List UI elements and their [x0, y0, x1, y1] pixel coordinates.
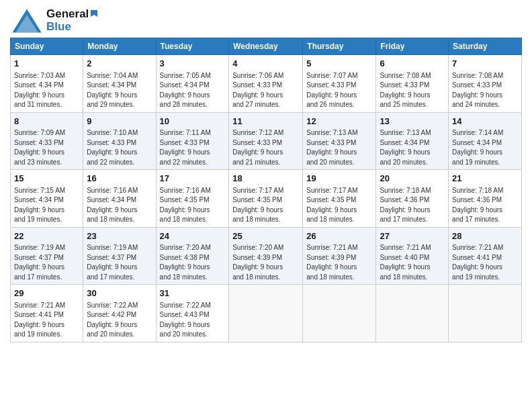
day-number: 30 — [87, 287, 152, 300]
day-cell: 29Sunrise: 7:21 AM Sunset: 4:41 PM Dayli… — [11, 285, 83, 342]
week-row-2: 8Sunrise: 7:09 AM Sunset: 4:33 PM Daylig… — [11, 112, 522, 170]
day-cell: 31Sunrise: 7:22 AM Sunset: 4:43 PM Dayli… — [156, 285, 229, 342]
page: General Blue SundayMondayTuesdayWednesda… — [0, 0, 532, 349]
day-number: 7 — [452, 58, 518, 70]
day-cell — [229, 285, 303, 342]
day-info: Sunrise: 7:17 AM Sunset: 4:35 PM Dayligh… — [232, 187, 283, 224]
day-number: 31 — [160, 287, 226, 300]
logo-text: General Blue — [46, 8, 99, 33]
day-info: Sunrise: 7:21 AM Sunset: 4:41 PM Dayligh… — [14, 302, 65, 338]
day-cell: 28Sunrise: 7:21 AM Sunset: 4:41 PM Dayli… — [449, 227, 522, 285]
day-info: Sunrise: 7:08 AM Sunset: 4:33 PM Dayligh… — [452, 72, 503, 109]
day-number: 10 — [160, 116, 226, 128]
day-number: 19 — [306, 173, 372, 185]
day-info: Sunrise: 7:21 AM Sunset: 4:41 PM Dayligh… — [452, 244, 503, 281]
day-cell: 10Sunrise: 7:11 AM Sunset: 4:33 PM Dayli… — [156, 112, 229, 170]
day-number: 23 — [87, 230, 152, 242]
day-cell — [303, 285, 376, 342]
logo-area: General Blue — [10, 7, 99, 35]
day-number: 9 — [87, 116, 152, 128]
day-cell: 6Sunrise: 7:08 AM Sunset: 4:33 PM Daylig… — [376, 55, 449, 113]
day-info: Sunrise: 7:10 AM Sunset: 4:33 PM Dayligh… — [87, 129, 138, 166]
day-cell: 4Sunrise: 7:06 AM Sunset: 4:33 PM Daylig… — [229, 55, 303, 113]
header-row: SundayMondayTuesdayWednesdayThursdayFrid… — [11, 38, 522, 55]
day-info: Sunrise: 7:20 AM Sunset: 4:39 PM Dayligh… — [232, 244, 283, 281]
day-number: 6 — [380, 58, 445, 70]
day-number: 17 — [160, 173, 226, 185]
day-number: 24 — [160, 230, 226, 242]
svg-marker-3 — [91, 10, 97, 17]
col-header-wednesday: Wednesday — [229, 38, 303, 55]
day-number: 15 — [14, 173, 79, 185]
day-info: Sunrise: 7:16 AM Sunset: 4:34 PM Dayligh… — [87, 187, 138, 224]
day-info: Sunrise: 7:12 AM Sunset: 4:33 PM Dayligh… — [232, 129, 283, 166]
day-cell: 14Sunrise: 7:14 AM Sunset: 4:34 PM Dayli… — [449, 112, 522, 170]
logo-flag-icon — [89, 10, 99, 19]
day-number: 8 — [14, 116, 79, 128]
day-info: Sunrise: 7:07 AM Sunset: 4:33 PM Dayligh… — [306, 72, 357, 109]
day-info: Sunrise: 7:08 AM Sunset: 4:33 PM Dayligh… — [380, 72, 431, 109]
day-info: Sunrise: 7:21 AM Sunset: 4:40 PM Dayligh… — [380, 244, 431, 281]
day-cell: 9Sunrise: 7:10 AM Sunset: 4:33 PM Daylig… — [83, 112, 156, 170]
day-number: 13 — [380, 116, 445, 128]
day-number: 2 — [87, 58, 152, 70]
day-info: Sunrise: 7:13 AM Sunset: 4:34 PM Dayligh… — [380, 129, 431, 166]
day-cell: 20Sunrise: 7:18 AM Sunset: 4:36 PM Dayli… — [376, 170, 449, 228]
day-info: Sunrise: 7:18 AM Sunset: 4:36 PM Dayligh… — [452, 187, 503, 224]
day-number: 29 — [14, 287, 79, 300]
day-cell: 11Sunrise: 7:12 AM Sunset: 4:33 PM Dayli… — [229, 112, 303, 170]
week-row-5: 29Sunrise: 7:21 AM Sunset: 4:41 PM Dayli… — [11, 285, 522, 342]
day-info: Sunrise: 7:15 AM Sunset: 4:34 PM Dayligh… — [14, 187, 65, 224]
day-cell — [376, 285, 449, 342]
day-number: 21 — [452, 173, 518, 185]
col-header-thursday: Thursday — [303, 38, 376, 55]
day-cell: 5Sunrise: 7:07 AM Sunset: 4:33 PM Daylig… — [303, 55, 376, 113]
day-info: Sunrise: 7:22 AM Sunset: 4:42 PM Dayligh… — [87, 302, 138, 338]
day-number: 27 — [380, 230, 445, 242]
day-cell: 26Sunrise: 7:21 AM Sunset: 4:39 PM Dayli… — [303, 227, 376, 285]
day-info: Sunrise: 7:04 AM Sunset: 4:34 PM Dayligh… — [87, 72, 138, 109]
day-info: Sunrise: 7:20 AM Sunset: 4:38 PM Dayligh… — [160, 244, 211, 281]
day-info: Sunrise: 7:05 AM Sunset: 4:34 PM Dayligh… — [160, 72, 211, 109]
col-header-monday: Monday — [83, 38, 156, 55]
day-info: Sunrise: 7:18 AM Sunset: 4:36 PM Dayligh… — [380, 187, 431, 224]
day-number: 11 — [232, 116, 299, 128]
day-cell: 22Sunrise: 7:19 AM Sunset: 4:37 PM Dayli… — [11, 227, 83, 285]
day-cell: 1Sunrise: 7:03 AM Sunset: 4:34 PM Daylig… — [11, 55, 83, 113]
day-number: 1 — [14, 58, 79, 70]
day-info: Sunrise: 7:22 AM Sunset: 4:43 PM Dayligh… — [160, 302, 211, 338]
day-number: 28 — [452, 230, 518, 242]
day-info: Sunrise: 7:06 AM Sunset: 4:33 PM Dayligh… — [232, 72, 283, 109]
day-cell: 8Sunrise: 7:09 AM Sunset: 4:33 PM Daylig… — [11, 112, 83, 170]
day-info: Sunrise: 7:19 AM Sunset: 4:37 PM Dayligh… — [87, 244, 138, 281]
day-cell: 12Sunrise: 7:13 AM Sunset: 4:33 PM Dayli… — [303, 112, 376, 170]
day-number: 5 — [306, 58, 372, 70]
day-cell: 15Sunrise: 7:15 AM Sunset: 4:34 PM Dayli… — [11, 170, 83, 228]
day-number: 18 — [232, 173, 299, 185]
day-cell: 16Sunrise: 7:16 AM Sunset: 4:34 PM Dayli… — [83, 170, 156, 228]
day-cell: 23Sunrise: 7:19 AM Sunset: 4:37 PM Dayli… — [83, 227, 156, 285]
day-info: Sunrise: 7:11 AM Sunset: 4:33 PM Dayligh… — [160, 129, 211, 166]
day-info: Sunrise: 7:14 AM Sunset: 4:34 PM Dayligh… — [452, 129, 503, 166]
day-cell: 19Sunrise: 7:17 AM Sunset: 4:35 PM Dayli… — [303, 170, 376, 228]
day-number: 3 — [160, 58, 226, 70]
day-cell: 27Sunrise: 7:21 AM Sunset: 4:40 PM Dayli… — [376, 227, 449, 285]
week-row-1: 1Sunrise: 7:03 AM Sunset: 4:34 PM Daylig… — [11, 55, 522, 113]
day-cell: 3Sunrise: 7:05 AM Sunset: 4:34 PM Daylig… — [156, 55, 229, 113]
day-cell: 2Sunrise: 7:04 AM Sunset: 4:34 PM Daylig… — [83, 55, 156, 113]
day-number: 16 — [87, 173, 152, 185]
day-number: 4 — [232, 58, 299, 70]
day-info: Sunrise: 7:21 AM Sunset: 4:39 PM Dayligh… — [306, 244, 357, 281]
day-number: 26 — [306, 230, 372, 242]
logo-icon — [10, 7, 44, 35]
day-info: Sunrise: 7:19 AM Sunset: 4:37 PM Dayligh… — [14, 244, 65, 281]
header: General Blue — [10, 7, 522, 35]
day-cell: 21Sunrise: 7:18 AM Sunset: 4:36 PM Dayli… — [449, 170, 522, 228]
day-info: Sunrise: 7:13 AM Sunset: 4:33 PM Dayligh… — [306, 129, 357, 166]
day-cell: 7Sunrise: 7:08 AM Sunset: 4:33 PM Daylig… — [449, 55, 522, 113]
day-number: 14 — [452, 116, 518, 128]
day-info: Sunrise: 7:16 AM Sunset: 4:35 PM Dayligh… — [160, 187, 211, 224]
col-header-tuesday: Tuesday — [156, 38, 229, 55]
day-cell — [449, 285, 522, 342]
day-cell: 24Sunrise: 7:20 AM Sunset: 4:38 PM Dayli… — [156, 227, 229, 285]
